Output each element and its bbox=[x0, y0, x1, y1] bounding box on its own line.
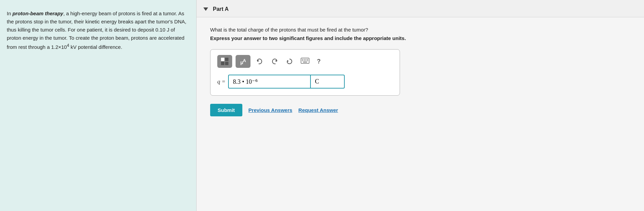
keyboard-button[interactable] bbox=[299, 56, 311, 67]
previous-answers-link[interactable]: Previous Answers bbox=[248, 107, 293, 113]
reset-button[interactable] bbox=[284, 56, 295, 66]
part-title: Part A bbox=[213, 6, 229, 12]
proton-beam-therapy-term: proton-beam therapy bbox=[13, 11, 63, 16]
instruction-text: Express your answer to two significant f… bbox=[210, 35, 630, 41]
svg-marker-2 bbox=[287, 60, 289, 62]
value-input[interactable] bbox=[228, 75, 311, 89]
grid-icon bbox=[221, 58, 228, 65]
collapse-chevron-icon[interactable] bbox=[203, 7, 208, 11]
grid-template-button[interactable] bbox=[217, 55, 232, 68]
help-label: ? bbox=[317, 58, 321, 65]
submit-button[interactable]: Submit bbox=[210, 104, 242, 116]
answer-box: μA bbox=[210, 49, 400, 96]
problem-text: In proton-beam therapy, a high-energy be… bbox=[7, 9, 187, 51]
svg-marker-1 bbox=[275, 60, 277, 62]
svg-rect-4 bbox=[302, 59, 303, 60]
question-text: What is the total charge of the protons … bbox=[210, 27, 630, 33]
svg-rect-8 bbox=[302, 60, 303, 61]
exponent-4: 4 bbox=[67, 43, 69, 48]
svg-rect-5 bbox=[304, 59, 305, 60]
part-content: What is the total charge of the protons … bbox=[197, 17, 644, 126]
redo-button[interactable] bbox=[269, 56, 280, 66]
unit-input[interactable] bbox=[311, 75, 345, 89]
part-header: Part A bbox=[197, 0, 644, 17]
svg-rect-11 bbox=[307, 60, 308, 61]
grid-cell-3 bbox=[221, 62, 224, 65]
help-button[interactable]: ? bbox=[315, 57, 323, 66]
undo-button[interactable] bbox=[254, 56, 265, 66]
svg-rect-10 bbox=[305, 60, 306, 61]
right-panel: Part A What is the total charge of the p… bbox=[197, 0, 644, 211]
variable-label: q = bbox=[217, 75, 228, 89]
mu-label: μA bbox=[240, 58, 246, 65]
svg-rect-7 bbox=[307, 59, 308, 60]
svg-marker-0 bbox=[257, 60, 259, 62]
mu-units-button[interactable]: μA bbox=[236, 55, 250, 68]
grid-cell-1 bbox=[221, 58, 224, 61]
svg-rect-12 bbox=[303, 62, 307, 62]
grid-cell-4 bbox=[225, 62, 228, 65]
bottom-row: Submit Previous Answers Request Answer bbox=[210, 104, 400, 116]
request-answer-link[interactable]: Request Answer bbox=[298, 107, 338, 113]
toolbar: μA bbox=[217, 55, 393, 69]
input-row: q = bbox=[217, 75, 393, 89]
problem-statement: In proton-beam therapy, a high-energy be… bbox=[0, 0, 197, 211]
svg-rect-6 bbox=[305, 59, 306, 60]
grid-cell-2 bbox=[225, 58, 228, 61]
svg-rect-9 bbox=[304, 60, 305, 61]
